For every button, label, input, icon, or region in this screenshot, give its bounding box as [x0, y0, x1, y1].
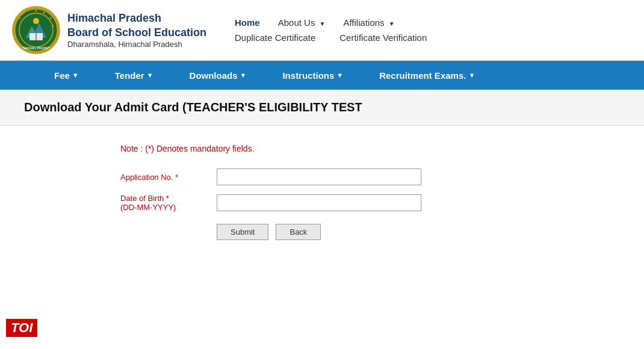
page-title: Download Your Admit Card (TEACHER'S ELIG…: [24, 100, 620, 114]
nav-home[interactable]: Home: [235, 17, 260, 28]
blue-nav-fee[interactable]: Fee ▼: [36, 61, 97, 90]
nav-top-row: Home About Us ▼ Affiliations ▼: [235, 17, 632, 32]
affiliations-dropdown-arrow: ▼: [389, 20, 395, 27]
org-title-line2: Board of School Education: [67, 26, 206, 40]
org-logo: HIMACHAL PRADESH: [12, 6, 60, 54]
blue-navbar: Fee ▼ Tender ▼ Downloads ▼ Instructions …: [0, 61, 644, 90]
dob-input[interactable]: [217, 194, 421, 211]
instructions-dropdown-arrow: ▼: [336, 72, 343, 79]
svg-point-8: [43, 12, 45, 14]
nav-affiliations[interactable]: Affiliations ▼: [343, 17, 394, 28]
app-no-input[interactable]: [217, 168, 421, 185]
svg-point-12: [19, 17, 20, 19]
recruitment-dropdown-arrow: ▼: [468, 72, 475, 79]
nav-cert-verify[interactable]: Certificate Verification: [339, 32, 427, 43]
submit-button[interactable]: Submit: [217, 224, 268, 240]
app-no-label: Application No. *: [120, 173, 217, 182]
fee-dropdown-arrow: ▼: [72, 72, 79, 79]
org-subtitle: Dharamshala, Himachal Pradesh: [67, 40, 206, 49]
page-header: HIMACHAL PRADESH Himachal Pradesh Board …: [0, 0, 644, 61]
svg-point-11: [22, 12, 23, 14]
app-no-group: Application No. *: [120, 168, 620, 185]
blue-nav-tender[interactable]: Tender ▼: [97, 61, 172, 90]
blue-nav-recruitment[interactable]: Recruitment Exams. ▼: [361, 61, 493, 90]
downloads-dropdown-arrow: ▼: [240, 72, 247, 79]
blue-nav-instructions[interactable]: Instructions ▼: [264, 61, 361, 90]
toi-badge: TOI: [6, 319, 37, 337]
page-title-bar: Download Your Admit Card (TEACHER'S ELIG…: [0, 90, 644, 126]
main-content: Note : (*) Denotes mandatory fields. App…: [0, 126, 644, 258]
org-name: Himachal Pradesh Board of School Educati…: [67, 11, 206, 49]
org-title-line1: Himachal Pradesh: [67, 11, 206, 25]
mandatory-note: Note : (*) Denotes mandatory fields.: [120, 144, 620, 153]
svg-point-4: [33, 18, 39, 24]
nav-bottom-row: Duplicate Certificate Certificate Verifi…: [235, 32, 632, 43]
dob-group: Date of Birth * (DD-MM-YYYY): [120, 194, 620, 212]
svg-text:HIMACHAL PRADESH: HIMACHAL PRADESH: [20, 46, 52, 50]
svg-point-7: [36, 10, 37, 12]
dob-label: Date of Birth * (DD-MM-YYYY): [120, 194, 217, 212]
main-nav: Home About Us ▼ Affiliations ▼ Duplicate…: [217, 17, 632, 43]
back-button[interactable]: Back: [276, 224, 321, 240]
nav-about[interactable]: About Us ▼: [278, 17, 326, 28]
blue-nav-downloads[interactable]: Downloads ▼: [172, 61, 265, 90]
nav-dup-cert[interactable]: Duplicate Certificate: [235, 32, 315, 43]
about-dropdown-arrow: ▼: [320, 20, 326, 27]
logo-area: HIMACHAL PRADESH Himachal Pradesh Board …: [12, 6, 217, 54]
form-actions: Submit Back: [217, 224, 620, 240]
svg-point-10: [52, 25, 54, 27]
tender-dropdown-arrow: ▼: [147, 72, 153, 79]
svg-point-9: [50, 17, 52, 19]
